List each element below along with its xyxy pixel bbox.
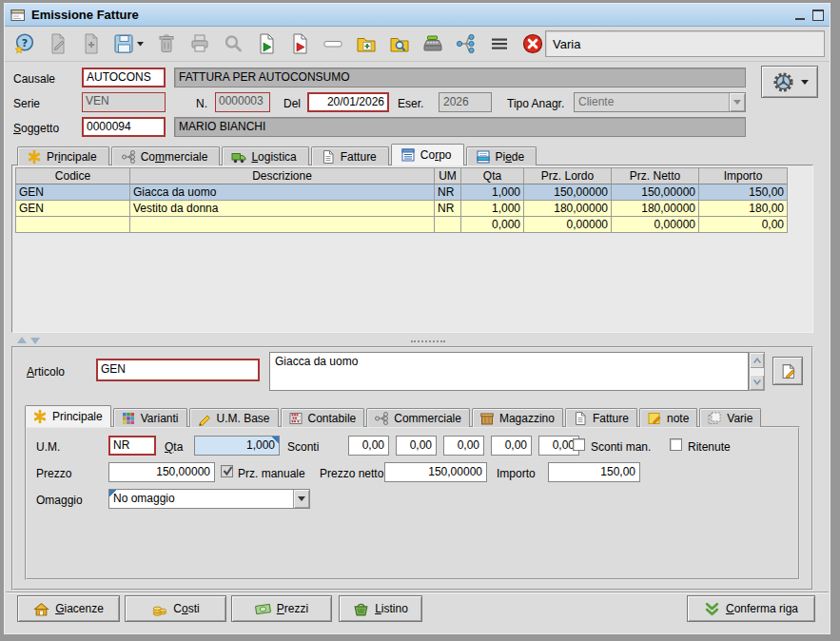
sconto-4-input[interactable]: 0,00	[491, 436, 532, 456]
settings-button[interactable]	[761, 66, 818, 98]
context-field[interactable]: Varia	[545, 30, 825, 57]
expand-up-icon[interactable]	[17, 332, 27, 343]
table-cell[interactable]: 0,00	[699, 217, 787, 233]
table-cell[interactable]: 0,00000	[612, 217, 699, 233]
col-codice[interactable]: Codice	[16, 168, 130, 185]
separator-bar-button[interactable]	[320, 31, 345, 57]
splitter-grip[interactable]	[411, 340, 445, 342]
col-qta[interactable]: Qta	[461, 168, 524, 185]
cash-register-button[interactable]	[420, 31, 445, 57]
folder-add-button[interactable]	[353, 31, 379, 57]
scroll-up-button[interactable]	[750, 353, 764, 368]
subtab-magazzino[interactable]: Magazzino	[472, 408, 563, 427]
table-cell[interactable]	[130, 217, 435, 233]
subtab-principale[interactable]: Principale	[25, 405, 111, 427]
tab-principale[interactable]: Principale	[17, 146, 109, 165]
table-cell[interactable]: 0,000	[461, 217, 524, 233]
subtab-commerciale[interactable]: Commerciale	[366, 408, 470, 427]
save-button[interactable]	[111, 31, 146, 57]
document-icon	[573, 411, 588, 426]
ritenute-checkbox[interactable]	[670, 438, 682, 451]
subtab-um-base[interactable]: U.M. Base	[189, 408, 279, 427]
maximize-button[interactable]	[812, 10, 824, 21]
prezzi-button[interactable]: Prezzi	[231, 595, 332, 622]
table-cell[interactable]	[16, 217, 130, 233]
table-cell[interactable]: 180,00000	[612, 201, 699, 217]
listino-button[interactable]: Listino	[339, 595, 422, 622]
list-view-button[interactable]	[486, 31, 512, 57]
tab-corpo[interactable]: Corpo	[391, 144, 464, 165]
dropdown-arrow-icon	[733, 100, 741, 108]
sconto-1-input[interactable]: 0,00	[348, 436, 389, 456]
table-cell[interactable]: Giacca da uomo	[130, 185, 435, 201]
um-input[interactable]: NR	[108, 436, 156, 456]
table-cell[interactable]: NR	[435, 185, 461, 201]
omaggio-dropdown-button[interactable]	[293, 490, 309, 508]
causale-input[interactable]: AUTOCONS	[82, 68, 166, 87]
qta-input[interactable]: 1,000	[194, 436, 280, 456]
sconto-2-input[interactable]: 0,00	[396, 436, 437, 456]
table-cell[interactable]: 150,00	[699, 185, 787, 201]
detail-tabstrip: Principale Varianti U.M. Base Contabile …	[25, 405, 761, 427]
table-cell[interactable]	[435, 217, 461, 233]
subtab-contabile[interactable]: Contabile	[281, 408, 365, 427]
del-input[interactable]: 20/01/2026	[307, 92, 389, 112]
help-button[interactable]: ?	[11, 31, 37, 57]
col-prz-lordo[interactable]: Prz. Lordo	[524, 168, 612, 185]
sticky-note-icon	[647, 411, 662, 426]
subtab-varianti[interactable]: Varianti	[113, 408, 187, 427]
minimize-button[interactable]	[795, 10, 805, 20]
table-cell[interactable]: 180,00	[699, 201, 787, 217]
table-cell[interactable]: 1,000	[461, 185, 524, 201]
col-descrizione[interactable]: Descrizione	[130, 168, 435, 185]
table-cell[interactable]: 1,000	[461, 201, 524, 217]
titlebar[interactable]: Emissione Fatture	[5, 4, 830, 27]
split-divider[interactable]	[11, 335, 813, 345]
articolo-input[interactable]: GEN	[96, 359, 260, 381]
importo-input[interactable]: 150,00	[548, 462, 640, 482]
edit-description-button[interactable]	[772, 357, 803, 385]
import-document-button[interactable]	[253, 31, 279, 57]
table-cell[interactable]: 180,00000	[524, 201, 612, 217]
table-cell[interactable]: GEN	[16, 185, 130, 201]
description-scrollbar[interactable]	[749, 352, 765, 391]
prezzo-netto-input[interactable]: 150,00000	[384, 462, 487, 482]
prezzo-input[interactable]: 150,00000	[108, 462, 215, 482]
tab-logistica[interactable]: Logistica	[222, 146, 308, 165]
subtab-fatture[interactable]: Fatture	[565, 408, 637, 427]
relations-tree-button[interactable]	[453, 31, 479, 57]
app-icon	[10, 8, 26, 23]
col-importo[interactable]: Importo	[699, 168, 787, 185]
giacenze-button[interactable]: Giacenze	[17, 595, 120, 622]
scroll-down-button[interactable]	[750, 375, 764, 390]
tab-fatture[interactable]: Fatture	[311, 146, 389, 165]
col-um[interactable]: UM	[435, 168, 461, 185]
col-prz-netto[interactable]: Prz. Netto	[612, 168, 699, 185]
table-cell[interactable]: 0,00000	[524, 217, 612, 233]
soggetto-input[interactable]: 0000094	[82, 117, 166, 137]
gear-icon	[772, 70, 795, 94]
tab-piede[interactable]: Piede	[466, 146, 537, 165]
tab-commerciale[interactable]: Commerciale	[111, 146, 221, 165]
costi-button[interactable]: Costi	[125, 595, 226, 622]
table-cell[interactable]: GEN	[16, 201, 130, 217]
conferma-riga-button[interactable]: Conferma riga	[687, 595, 815, 622]
subtab-note[interactable]: note	[639, 408, 697, 427]
svg-text:?: ?	[21, 37, 27, 49]
folder-search-icon	[388, 32, 411, 55]
table-cell[interactable]: NR	[435, 201, 461, 217]
omaggio-combo[interactable]: No omaggio	[108, 489, 310, 509]
table-cell[interactable]: Vestito da donna	[130, 201, 435, 217]
sconti-man-label: Sconti man.	[591, 437, 651, 456]
subtab-varie[interactable]: Varie	[699, 408, 761, 427]
cancel-button[interactable]	[519, 31, 545, 57]
export-document-button[interactable]	[286, 31, 312, 57]
sconti-man-checkbox[interactable]	[573, 438, 585, 451]
table-cell[interactable]: 150,00000	[524, 185, 612, 201]
folder-search-button[interactable]	[386, 31, 412, 57]
table-cell[interactable]: 150,00000	[612, 185, 699, 201]
cancel-icon	[521, 32, 544, 55]
invoice-lines-table[interactable]: Codice Descrizione UM Qta Prz. Lordo Prz…	[15, 167, 788, 233]
articolo-description-textarea[interactable]: Giacca da uomo	[269, 352, 749, 391]
sconto-3-input[interactable]: 0,00	[443, 436, 484, 456]
